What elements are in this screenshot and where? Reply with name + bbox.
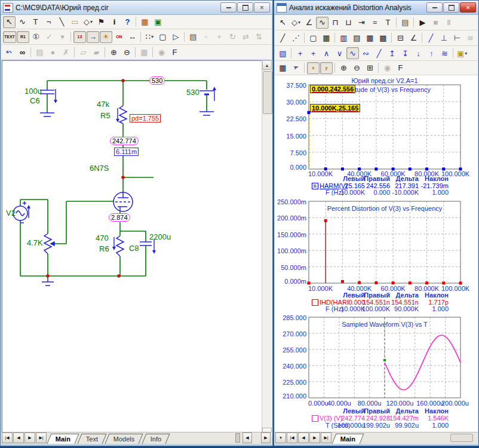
resistor-r5[interactable] (119, 106, 127, 124)
pane-splitter[interactable] (235, 433, 240, 443)
page-nav-button[interactable]: |◀ (2, 432, 13, 443)
battery-b1[interactable] (199, 91, 214, 96)
potentiometer-4k7[interactable] (44, 234, 54, 254)
node-voltage-530[interactable]: 530 (149, 76, 165, 85)
r6-value-label[interactable]: 470 (96, 234, 109, 243)
page-nav-button[interactable]: ▶| (36, 432, 47, 443)
data-point-marker (341, 280, 344, 283)
schematic-page-nav: |◀◀▶▶| (1, 432, 47, 444)
plot2-title: Percent Distortion of V(3) vs Frequency (309, 205, 460, 212)
node-voltage-cathode[interactable]: 2.874 (109, 213, 130, 222)
current-value-box[interactable]: 6.111m (114, 148, 139, 156)
y-tick-label: 100.000m (277, 247, 306, 254)
plots-container: Юрий пред.cir V2.A=1Amplitude of V(3) vs… (274, 1, 479, 448)
c8-ref-label[interactable]: C8 (129, 244, 139, 253)
desktop: C:\MC9\DATA\Юрий пред.cir ✕ ↖∿T¬╲▭◇▾⚑i?▦… (0, 0, 479, 448)
v2-ref-label[interactable]: V2 (6, 208, 16, 217)
c6-value-label[interactable]: 100u (24, 87, 42, 96)
readout-header: Правый (359, 407, 390, 415)
page-nav-button[interactable]: ▶ (309, 432, 320, 443)
y-tick-label: 255.000 (277, 346, 306, 354)
analysis-tab-main[interactable]: Main (332, 434, 364, 444)
analysis-page-nav: ▾|◀◀▶▶| (275, 432, 331, 444)
page-nav-button[interactable]: ▾ (275, 432, 286, 443)
capacitor-c6[interactable] (40, 90, 54, 94)
readout-header: Дельта (388, 175, 419, 182)
capacitor-c8[interactable] (140, 242, 152, 246)
waveform-tag-box[interactable] (312, 299, 318, 306)
y-tick-label: 250.000m (277, 198, 306, 205)
ground-b1[interactable] (199, 112, 214, 115)
ground-c6[interactable] (40, 113, 54, 116)
c6-ref-label[interactable]: C6 (30, 96, 40, 105)
current-arrows (27, 87, 216, 254)
plot2-canvas[interactable] (309, 201, 465, 288)
schematic-tabstrip: |◀◀▶▶| MainTextModelsInfo ◀ ▶ (1, 432, 272, 444)
r5-power-box[interactable]: pd=1.755 (130, 114, 161, 122)
schematic-window: C:\MC9\DATA\Юрий пред.cir ✕ ↖∿T¬╲▭◇▾⚑i?▦… (0, 0, 273, 446)
y-tick-label: 0.000m (277, 278, 306, 285)
analysis-window: Анализ искажений Distortion Analysis ✕ ↖… (274, 0, 479, 446)
y-tick-label: 270.000 (277, 330, 306, 337)
readout-header: Наклон (417, 175, 449, 182)
triode-6n7s[interactable] (113, 192, 133, 211)
vscroll-thumb[interactable] (263, 71, 272, 114)
y-tick-label: 50.000m (277, 264, 306, 271)
resistor-r6[interactable] (116, 236, 124, 256)
readout-header: Наклон (417, 407, 449, 415)
data-point-marker (409, 281, 412, 284)
plot1-canvas[interactable] (309, 85, 465, 174)
y-tick-label: 150.000m (277, 231, 306, 238)
plot1-title: Юрий пред.cir V2.A=1 (309, 77, 460, 84)
y-tick-label: 22.500 (277, 115, 306, 122)
tube-model-label[interactable]: 6N7S (90, 164, 109, 173)
data-point-marker (308, 282, 311, 285)
y-tick-label: 285.000 (277, 314, 306, 321)
page-nav-button[interactable]: ▶ (24, 432, 35, 443)
r6-ref-label[interactable]: R6 (99, 244, 109, 253)
y-tick-label: 37.500 (277, 82, 306, 89)
schematic-vscrollbar[interactable]: ▲ ▼ (262, 60, 272, 437)
plot3-canvas[interactable] (309, 317, 465, 403)
scroll-up-button[interactable]: ▲ (262, 60, 272, 70)
b1-value-label[interactable]: 530 (186, 88, 199, 97)
wires[interactable] (20, 81, 207, 276)
schematic-drawing[interactable] (1, 1, 274, 448)
analysis-tabstrip: ▾|◀◀▶▶| Main (275, 432, 478, 444)
schematic-tab-text[interactable]: Text (78, 434, 107, 444)
schematic-tab-info[interactable]: Info (142, 434, 170, 444)
waveform-tag-box[interactable]: B (312, 183, 318, 189)
r5-ref-label[interactable]: R5 (100, 111, 110, 120)
r5-value-label[interactable]: 47k (97, 100, 109, 109)
readout-header: Правый (359, 175, 390, 182)
hscroll-right-button[interactable]: ▶ (261, 432, 271, 443)
y-tick-label: 0.000 (277, 164, 306, 171)
schematic-tab-models[interactable]: Models (105, 434, 143, 444)
node-voltage-plate[interactable]: 242.774 (110, 137, 139, 145)
pot-value-label[interactable]: 4.7K (27, 238, 43, 247)
hscroll-left-button[interactable]: ◀ (242, 432, 252, 443)
y-tick-label: 240.000 (277, 363, 306, 370)
waveform-tag-box[interactable] (312, 415, 318, 422)
cursor-tooltip: 10.000K,25.165 (310, 104, 360, 112)
y-tick-label: 200.000m (277, 214, 306, 222)
y-tick-label: 225.000 (277, 379, 306, 386)
schematic-tab-main[interactable]: Main (47, 434, 79, 444)
readout-value: 1.546K (414, 415, 449, 422)
data-point-marker (324, 219, 327, 222)
y-tick-label: 30.000 (277, 99, 306, 106)
plot3-title: Sampled Waveform V(3) vs T (309, 321, 460, 328)
readout-header: Правый (359, 291, 390, 299)
page-nav-button[interactable]: ◀ (298, 432, 309, 443)
c8-value-label[interactable]: 2200u (149, 232, 171, 241)
hscroll-thumb[interactable] (450, 434, 473, 442)
y-tick-label: 210.000 (277, 392, 306, 400)
readout-header: Наклон (417, 291, 449, 299)
readout-header: Дельта (388, 407, 419, 415)
x-tick-label: 80.000u (354, 400, 385, 407)
x-tick-label: 200.000u (441, 400, 475, 407)
page-nav-button[interactable]: ◀ (13, 432, 24, 443)
page-nav-button[interactable]: |◀ (287, 432, 297, 443)
readout-header: Дельта (388, 291, 419, 299)
page-nav-button[interactable]: ▶| (321, 432, 331, 443)
